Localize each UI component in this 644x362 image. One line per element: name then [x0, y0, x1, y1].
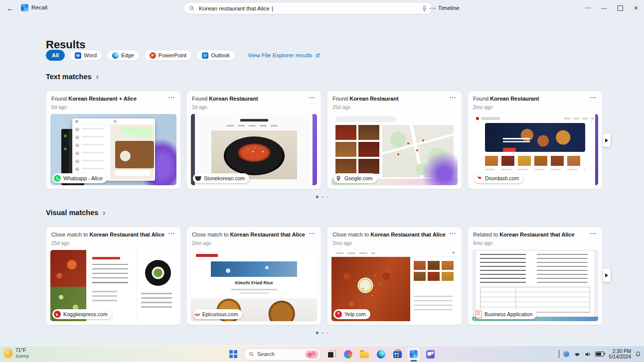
minimize-button[interactable]: — [596, 0, 612, 16]
card-title: Related toKorean Restaurant that Alice [473, 232, 588, 238]
koggiiexpress-icon [54, 311, 61, 318]
page-dot[interactable] [322, 196, 323, 198]
card-more-button[interactable] [447, 93, 459, 102]
clock-widget[interactable]: 2:30 PM 5/14/2024 [609, 349, 632, 360]
filter-edge[interactable]: Edge [107, 50, 140, 61]
art-captions [485, 169, 585, 170]
source-badge[interactable]: Business Application [474, 309, 537, 319]
microphone-icon[interactable] [422, 5, 427, 12]
taskbar-search-label: Search [257, 351, 275, 357]
start-button[interactable] [227, 348, 239, 361]
teams-button[interactable] [424, 348, 436, 361]
card-more-button[interactable] [587, 93, 599, 102]
search-icon [249, 352, 254, 357]
art-menu-lines [141, 293, 172, 309]
next-page-button[interactable] [603, 133, 611, 147]
result-card-business-application[interactable]: Related toKorean Restaurant that Alice 6… [468, 227, 603, 325]
tray-expand-button[interactable] [559, 351, 559, 358]
chevron-right-icon: › [96, 72, 99, 81]
card-more-button[interactable] [306, 229, 318, 238]
window-controls: — ✕ [580, 0, 644, 16]
card-more-button[interactable] [165, 93, 177, 102]
app-title: Recall [31, 4, 47, 10]
card-more-button[interactable] [165, 229, 177, 238]
search-query-text: Korean restaurant that Alice [199, 5, 270, 11]
card-timestamp: 6mo ago [473, 241, 492, 246]
result-card-yelp[interactable]: Close match toKorean Restaurant that Ali… [327, 227, 462, 325]
taskbar-center: Search [227, 346, 436, 362]
art-nav-links [227, 125, 282, 126]
section-visual-matches[interactable]: Visual matches › [46, 209, 105, 217]
result-card-epicurious[interactable]: Close match toKorean Restaurant that Ali… [186, 227, 322, 325]
tray-app-button[interactable] [563, 351, 570, 358]
art-text-line [239, 292, 269, 294]
back-arrow-icon: ← [7, 4, 14, 12]
chevron-up-icon [559, 350, 559, 358]
art-stew-bowl [224, 136, 285, 175]
folder-icon [360, 352, 369, 358]
wifi-icon[interactable] [574, 352, 581, 357]
carousel-pagination[interactable] [46, 332, 599, 334]
result-card-stonekorean[interactable]: FoundKorean Restaurant 1d ago Stonekorea… [186, 91, 322, 189]
weather-widget[interactable]: 71°F Sunny [4, 348, 29, 359]
card-more-button[interactable] [447, 229, 459, 238]
taskbar-search[interactable]: Search [244, 348, 321, 361]
result-card-whatsapp[interactable]: FoundKorean Restaurant + Alice 6d ago Wh… [46, 91, 181, 189]
battery-icon[interactable] [595, 352, 604, 357]
art-site-header [476, 117, 521, 120]
task-view-button[interactable] [325, 348, 337, 361]
result-card-koggiiexpress[interactable]: Close match toKorean Restaurant that Ali… [46, 227, 181, 325]
art-epicurious-logo [196, 254, 218, 257]
badge-label: Business Application [484, 311, 532, 317]
source-badge[interactable]: Koggiiexpress.com [52, 309, 112, 319]
art-wallpaper-edge [595, 114, 598, 185]
badge-label: Doordash.com [485, 175, 519, 181]
ellipsis-icon [452, 97, 454, 99]
page-dot[interactable] [322, 332, 323, 334]
timeline-button[interactable]: ‹··› Timeline [428, 3, 462, 13]
card-more-button[interactable] [306, 93, 318, 102]
page-dot[interactable] [327, 332, 328, 334]
filter-outlook[interactable]: OOutlook [196, 50, 235, 61]
page-dot-active[interactable] [316, 196, 319, 198]
filter-powerpoint[interactable]: PPowerPoint [144, 50, 192, 61]
filter-label: All [52, 52, 59, 58]
page-dot-active[interactable] [316, 332, 319, 334]
result-card-doordash[interactable]: FoundKorean Restaurant 2mo ago Doordash.… [468, 91, 603, 189]
filter-word[interactable]: WWord [69, 50, 102, 61]
carousel-pagination[interactable] [46, 196, 599, 198]
speaker-icon[interactable] [585, 352, 591, 357]
badge-label: Google.com [344, 175, 373, 181]
source-badge[interactable]: Stonekorean.com [193, 173, 249, 183]
card-more-button[interactable] [587, 229, 599, 238]
source-badge[interactable]: Doordash.com [474, 173, 523, 183]
recall-button-active[interactable] [408, 348, 420, 361]
back-button[interactable]: ← [4, 2, 17, 14]
whatsapp-icon [54, 175, 61, 182]
search-input[interactable]: Korean restaurant that Alice | [183, 2, 433, 14]
result-card-google[interactable]: FoundKorean Restaurant 25d ago Google.co… [327, 91, 462, 189]
art-nav-links [564, 118, 594, 120]
source-badge[interactable]: epi Epicurious.com [193, 309, 242, 319]
section-text-matches[interactable]: Text matches › [46, 73, 99, 81]
art-white-bubble [115, 170, 150, 176]
close-button[interactable]: ✕ [628, 0, 644, 16]
edge-button[interactable] [375, 348, 387, 361]
file-explorer-results-link[interactable]: View File Explorer results [248, 52, 321, 58]
copilot-button[interactable] [342, 348, 354, 361]
store-button[interactable] [391, 348, 403, 361]
file-explorer-button[interactable] [358, 348, 370, 361]
art-chat-list [74, 125, 109, 179]
play-right-icon [605, 138, 608, 142]
source-badge[interactable]: Google.com [333, 173, 377, 183]
card-timestamp: 2mo ago [473, 105, 492, 110]
art-menu-lines [92, 264, 128, 286]
window-more-button[interactable] [580, 0, 596, 16]
filter-all[interactable]: All [46, 50, 65, 61]
source-badge[interactable]: Whatsapp - Alice [52, 173, 107, 183]
page-dot[interactable] [327, 196, 328, 198]
notifications-button[interactable] [635, 351, 641, 358]
next-page-button[interactable] [603, 268, 611, 282]
source-badge[interactable]: * Yelp.com [333, 309, 370, 319]
maximize-button[interactable] [612, 0, 628, 16]
